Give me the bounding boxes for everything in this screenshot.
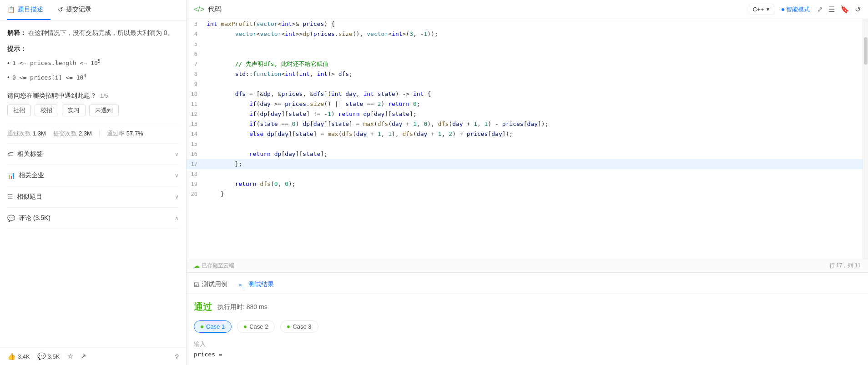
explain-label: 解释： xyxy=(7,29,26,36)
right-main: </> 代码 C++ ▼ 智能模式 ⤢ ☰ 🔖 xyxy=(187,0,868,365)
code-scrollbar[interactable] xyxy=(863,19,868,259)
menu-icon[interactable]: ☰ xyxy=(828,5,835,14)
cloud-icon: ☁ xyxy=(194,262,200,269)
share-icon: ↗ xyxy=(81,352,86,360)
stats-row: 通过次数 1.3M 提交次数 2.3M 通过率 57.7% xyxy=(7,124,179,144)
like-count: 3.4K xyxy=(18,353,30,360)
code-header: </> 代码 C++ ▼ 智能模式 ⤢ ☰ 🔖 xyxy=(187,0,868,19)
case-3-label: Case 3 xyxy=(293,323,311,330)
refresh-icon[interactable]: ↺ xyxy=(855,5,861,14)
lang-chevron-icon: ▼ xyxy=(766,7,770,12)
explain-text: 在这种情况下，没有交易完成，所以最大利润为 0。 xyxy=(28,29,174,36)
history-icon: ↺ xyxy=(58,6,63,13)
like-button[interactable]: 👍 3.4K xyxy=(7,352,30,360)
bookmark-icon[interactable]: 🔖 xyxy=(840,5,849,14)
case-tab-1[interactable]: Case 1 xyxy=(194,320,232,333)
checkbox-icon: ☑ xyxy=(194,281,199,288)
comments-label: 评论 (3.5K) xyxy=(19,214,50,222)
language-selector[interactable]: C++ ▼ xyxy=(749,4,774,15)
test-case-label: 测试用例 xyxy=(202,280,227,289)
code-line-6: 6 xyxy=(187,49,863,59)
pass-rate-value: 57.7% xyxy=(126,130,143,137)
recruit-question: 请问您在哪类招聘中遇到此题？ xyxy=(7,92,96,100)
test-section: ☑ 测试用例 >_ 测试结果 通过 执行用时: 880 ms Case 1 xyxy=(187,272,868,365)
code-footer: ☁ 已存储至云端 行 17，列 11 xyxy=(187,259,868,272)
code-line-12: 12 if(dp[day][state] != -1) return dp[da… xyxy=(187,109,863,119)
case-tab-2[interactable]: Case 2 xyxy=(237,320,275,333)
right-panel: </> 代码 C++ ▼ 智能模式 ⤢ ☰ 🔖 xyxy=(187,0,868,365)
pass-badge: 通过 xyxy=(194,301,212,313)
hint-item-2: • 0 <= prices[i] <= 104 xyxy=(7,72,179,83)
tab-test-case[interactable]: ☑ 测试用例 xyxy=(194,277,227,293)
companies-icon: 📊 xyxy=(7,172,15,179)
case-tabs: Case 1 Case 2 Case 3 xyxy=(194,320,861,333)
similar-icon: ☰ xyxy=(7,193,13,200)
submit-count-label: 提交次数 xyxy=(53,130,77,138)
code-body[interactable]: 3 int maxProfit(vector<int>& prices) { 4… xyxy=(187,19,863,259)
help-icon: ? xyxy=(175,353,179,360)
test-tabs: ☑ 测试用例 >_ 测试结果 xyxy=(187,273,868,294)
description-icon: 📋 xyxy=(7,6,15,13)
favorite-button[interactable]: ☆ xyxy=(67,352,73,360)
case-tab-3[interactable]: Case 3 xyxy=(280,320,318,333)
code-line-11: 11 if(day >= prices.size() || state == 2… xyxy=(187,99,863,109)
code-line-7: 7 // 先声明dfs, 此时还不给它赋值 xyxy=(187,59,863,69)
section-comments[interactable]: 💬 评论 (3.5K) ∧ xyxy=(7,208,179,229)
like-icon: 👍 xyxy=(7,352,16,360)
related-companies-label: 相关企业 xyxy=(19,171,44,180)
smart-mode-label: 智能模式 xyxy=(786,5,810,14)
pass-rate-stat: 通过率 57.7% xyxy=(107,130,143,138)
bottom-bar: 👍 3.4K 💬 3.5K ☆ ↗ ? xyxy=(0,347,186,365)
code-line-20: 20 } xyxy=(187,189,863,199)
left-content: 解释： 在这种情况下，没有交易完成，所以最大利润为 0。 提示： • 1 <= … xyxy=(0,20,186,347)
code-title: </> 代码 xyxy=(194,5,222,14)
smart-mode-toggle[interactable]: 智能模式 xyxy=(782,5,810,14)
save-status-text: 已存储至云端 xyxy=(202,262,234,270)
case-2-label: Case 2 xyxy=(249,323,268,330)
case-3-dot xyxy=(287,325,290,328)
comment-count: 3.5K xyxy=(48,353,60,360)
tag-social[interactable]: 社招 xyxy=(7,105,31,116)
code-actions: ⤢ ☰ 🔖 ↺ xyxy=(817,5,861,14)
terminal-icon: >_ xyxy=(238,281,246,288)
tab-description[interactable]: 📋 题目描述 xyxy=(7,0,50,20)
code-icon: </> xyxy=(194,5,204,14)
tab-test-result[interactable]: >_ 测试结果 xyxy=(238,277,274,293)
language-label: C++ xyxy=(753,6,764,13)
help-button[interactable]: ? xyxy=(175,353,179,360)
related-tags-arrow: ∨ xyxy=(175,151,179,157)
code-line-4: 4 vector<vector<int>>dp(prices.size(), v… xyxy=(187,29,863,39)
input-value: prices = xyxy=(194,351,861,358)
pass-count-stat: 通过次数 1.3M xyxy=(7,130,46,138)
code-scrollbar-thumb xyxy=(864,37,868,65)
tag-icon: 🏷 xyxy=(7,150,14,158)
section-related-companies[interactable]: 📊 相关企业 ∨ xyxy=(7,165,179,186)
tag-none[interactable]: 未遇到 xyxy=(89,105,119,116)
similar-problems-arrow: ∨ xyxy=(175,194,179,200)
code-section: </> 代码 C++ ▼ 智能模式 ⤢ ☰ 🔖 xyxy=(187,0,868,272)
expand-icon[interactable]: ⤢ xyxy=(817,5,823,14)
tab-description-label: 题目描述 xyxy=(18,5,43,14)
tab-history[interactable]: ↺ 提交记录 xyxy=(58,0,99,20)
code-line-9: 9 xyxy=(187,79,863,89)
comment-icon: 💬 xyxy=(37,352,46,360)
recruit-count: 1/5 xyxy=(100,92,108,99)
hints-title: 提示： xyxy=(7,45,179,53)
section-similar-problems[interactable]: ☰ 相似题目 ∨ xyxy=(7,186,179,208)
tag-campus[interactable]: 校招 xyxy=(35,105,58,116)
pass-rate-label: 通过率 xyxy=(107,130,125,138)
share-button[interactable]: ↗ xyxy=(81,352,86,360)
case-1-dot xyxy=(201,325,203,328)
pass-status: 通过 执行用时: 880 ms xyxy=(194,301,861,313)
code-line-18: 18 xyxy=(187,169,863,179)
pass-count-label: 通过次数 xyxy=(7,130,31,138)
tab-history-label: 提交记录 xyxy=(66,5,91,14)
section-related-tags[interactable]: 🏷 相关标签 ∨ xyxy=(7,144,179,165)
left-panel: 📋 题目描述 ↺ 提交记录 解释： 在这种情况下，没有交易完成，所以最大利润为 … xyxy=(0,0,187,365)
tag-intern[interactable]: 实习 xyxy=(62,105,86,116)
case-1-label: Case 1 xyxy=(206,323,225,330)
comment-button[interactable]: 💬 3.5K xyxy=(37,352,60,360)
recruit-tags: 社招 校招 实习 未遇到 xyxy=(7,105,179,116)
submit-count-value: 2.3M xyxy=(79,130,92,137)
comments-icon: 💬 xyxy=(7,215,15,222)
